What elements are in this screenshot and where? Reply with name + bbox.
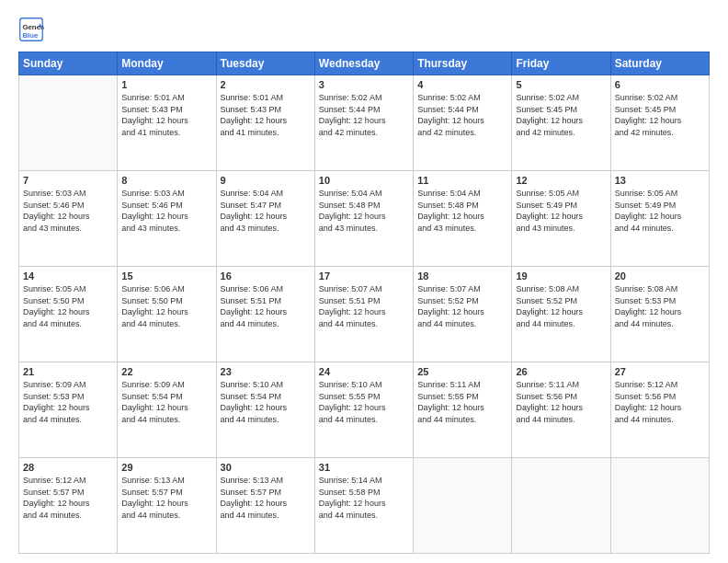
day-info: Sunrise: 5:09 AMSunset: 5:54 PMDaylight:… bbox=[121, 379, 211, 425]
day-info: Sunrise: 5:12 AMSunset: 5:57 PMDaylight:… bbox=[23, 475, 113, 521]
calendar-cell: 25Sunrise: 5:11 AMSunset: 5:55 PMDayligh… bbox=[414, 362, 512, 458]
day-info: Sunrise: 5:09 AMSunset: 5:53 PMDaylight:… bbox=[23, 379, 113, 425]
day-number: 24 bbox=[319, 366, 409, 377]
day-info: Sunrise: 5:02 AMSunset: 5:45 PMDaylight:… bbox=[615, 92, 705, 138]
day-number: 22 bbox=[121, 366, 211, 377]
calendar-cell: 29Sunrise: 5:13 AMSunset: 5:57 PMDayligh… bbox=[118, 458, 216, 554]
calendar-cell: 18Sunrise: 5:07 AMSunset: 5:52 PMDayligh… bbox=[414, 267, 512, 362]
calendar-cell: 31Sunrise: 5:14 AMSunset: 5:58 PMDayligh… bbox=[314, 458, 413, 554]
day-number: 16 bbox=[221, 270, 311, 282]
day-info: Sunrise: 5:08 AMSunset: 5:53 PMDaylight:… bbox=[615, 283, 705, 329]
calendar-cell: 6Sunrise: 5:02 AMSunset: 5:45 PMDaylight… bbox=[610, 75, 709, 171]
calendar-week-3: 14Sunrise: 5:05 AMSunset: 5:50 PMDayligh… bbox=[19, 267, 710, 362]
day-info: Sunrise: 5:11 AMSunset: 5:56 PMDaylight:… bbox=[516, 379, 606, 425]
calendar-cell: 1Sunrise: 5:01 AMSunset: 5:43 PMDaylight… bbox=[118, 75, 216, 171]
day-info: Sunrise: 5:02 AMSunset: 5:44 PMDaylight:… bbox=[319, 92, 409, 138]
calendar-cell: 2Sunrise: 5:01 AMSunset: 5:43 PMDaylight… bbox=[216, 75, 314, 171]
calendar-cell: 27Sunrise: 5:12 AMSunset: 5:56 PMDayligh… bbox=[610, 362, 709, 458]
calendar-cell: 21Sunrise: 5:09 AMSunset: 5:53 PMDayligh… bbox=[19, 362, 118, 458]
day-info: Sunrise: 5:05 AMSunset: 5:49 PMDaylight:… bbox=[615, 188, 705, 234]
day-number: 31 bbox=[319, 462, 409, 473]
day-info: Sunrise: 5:02 AMSunset: 5:45 PMDaylight:… bbox=[516, 92, 606, 138]
header-thursday: Thursday bbox=[414, 52, 512, 75]
day-info: Sunrise: 5:05 AMSunset: 5:49 PMDaylight:… bbox=[516, 188, 606, 234]
day-number: 12 bbox=[516, 175, 606, 186]
day-info: Sunrise: 5:04 AMSunset: 5:48 PMDaylight:… bbox=[417, 188, 507, 234]
day-number: 8 bbox=[121, 175, 211, 186]
day-info: Sunrise: 5:03 AMSunset: 5:46 PMDaylight:… bbox=[121, 188, 211, 234]
calendar-cell bbox=[414, 458, 512, 554]
day-number: 5 bbox=[516, 79, 606, 90]
calendar-cell: 22Sunrise: 5:09 AMSunset: 5:54 PMDayligh… bbox=[118, 362, 216, 458]
header-sunday: Sunday bbox=[19, 52, 118, 75]
calendar-cell: 8Sunrise: 5:03 AMSunset: 5:46 PMDaylight… bbox=[118, 171, 216, 267]
calendar-week-5: 28Sunrise: 5:12 AMSunset: 5:57 PMDayligh… bbox=[19, 458, 710, 554]
day-info: Sunrise: 5:08 AMSunset: 5:52 PMDaylight:… bbox=[516, 283, 606, 329]
day-number: 7 bbox=[23, 175, 113, 186]
day-info: Sunrise: 5:13 AMSunset: 5:57 PMDaylight:… bbox=[221, 475, 311, 521]
day-number: 27 bbox=[615, 366, 705, 377]
header-tuesday: Tuesday bbox=[216, 52, 314, 75]
day-number: 14 bbox=[23, 270, 113, 282]
calendar-cell: 7Sunrise: 5:03 AMSunset: 5:46 PMDaylight… bbox=[19, 171, 118, 267]
day-info: Sunrise: 5:07 AMSunset: 5:51 PMDaylight:… bbox=[319, 283, 409, 329]
day-number: 20 bbox=[615, 270, 705, 282]
header-saturday: Saturday bbox=[610, 52, 709, 75]
calendar-cell: 9Sunrise: 5:04 AMSunset: 5:47 PMDaylight… bbox=[216, 171, 314, 267]
calendar-cell: 23Sunrise: 5:10 AMSunset: 5:54 PMDayligh… bbox=[216, 362, 314, 458]
day-number: 17 bbox=[319, 270, 409, 282]
day-number: 25 bbox=[417, 366, 507, 377]
header: General Blue bbox=[18, 17, 710, 42]
day-number: 9 bbox=[221, 175, 311, 186]
day-info: Sunrise: 5:04 AMSunset: 5:47 PMDaylight:… bbox=[221, 188, 311, 234]
day-number: 15 bbox=[121, 270, 211, 282]
header-friday: Friday bbox=[512, 52, 610, 75]
calendar-cell bbox=[512, 458, 610, 554]
day-info: Sunrise: 5:06 AMSunset: 5:50 PMDaylight:… bbox=[121, 283, 211, 329]
calendar-cell: 11Sunrise: 5:04 AMSunset: 5:48 PMDayligh… bbox=[414, 171, 512, 267]
day-info: Sunrise: 5:10 AMSunset: 5:54 PMDaylight:… bbox=[221, 379, 311, 425]
calendar-cell: 24Sunrise: 5:10 AMSunset: 5:55 PMDayligh… bbox=[314, 362, 413, 458]
header-wednesday: Wednesday bbox=[314, 52, 413, 75]
calendar-cell: 3Sunrise: 5:02 AMSunset: 5:44 PMDaylight… bbox=[314, 75, 413, 171]
calendar-cell: 20Sunrise: 5:08 AMSunset: 5:53 PMDayligh… bbox=[610, 267, 709, 362]
day-number: 29 bbox=[121, 462, 211, 473]
calendar-cell: 19Sunrise: 5:08 AMSunset: 5:52 PMDayligh… bbox=[512, 267, 610, 362]
day-info: Sunrise: 5:10 AMSunset: 5:55 PMDaylight:… bbox=[319, 379, 409, 425]
svg-text:General: General bbox=[22, 23, 44, 31]
calendar-cell: 26Sunrise: 5:11 AMSunset: 5:56 PMDayligh… bbox=[512, 362, 610, 458]
calendar-cell: 4Sunrise: 5:02 AMSunset: 5:44 PMDaylight… bbox=[414, 75, 512, 171]
day-number: 2 bbox=[221, 79, 311, 90]
day-number: 3 bbox=[319, 79, 409, 90]
day-number: 13 bbox=[615, 175, 705, 186]
logo-icon: General Blue bbox=[18, 17, 44, 42]
day-info: Sunrise: 5:02 AMSunset: 5:44 PMDaylight:… bbox=[417, 92, 507, 138]
day-info: Sunrise: 5:01 AMSunset: 5:43 PMDaylight:… bbox=[221, 92, 311, 138]
calendar-cell: 16Sunrise: 5:06 AMSunset: 5:51 PMDayligh… bbox=[216, 267, 314, 362]
calendar-cell bbox=[610, 458, 709, 554]
day-info: Sunrise: 5:06 AMSunset: 5:51 PMDaylight:… bbox=[221, 283, 311, 329]
day-number: 26 bbox=[516, 366, 606, 377]
day-info: Sunrise: 5:13 AMSunset: 5:57 PMDaylight:… bbox=[121, 475, 211, 521]
day-number: 11 bbox=[417, 175, 507, 186]
day-number: 1 bbox=[121, 79, 211, 90]
calendar-cell: 13Sunrise: 5:05 AMSunset: 5:49 PMDayligh… bbox=[610, 171, 709, 267]
day-info: Sunrise: 5:14 AMSunset: 5:58 PMDaylight:… bbox=[319, 475, 409, 521]
calendar-cell bbox=[19, 75, 118, 171]
calendar-table: SundayMondayTuesdayWednesdayThursdayFrid… bbox=[18, 52, 710, 554]
day-info: Sunrise: 5:12 AMSunset: 5:56 PMDaylight:… bbox=[615, 379, 705, 425]
calendar-cell: 30Sunrise: 5:13 AMSunset: 5:57 PMDayligh… bbox=[216, 458, 314, 554]
calendar-cell: 12Sunrise: 5:05 AMSunset: 5:49 PMDayligh… bbox=[512, 171, 610, 267]
calendar-cell: 10Sunrise: 5:04 AMSunset: 5:48 PMDayligh… bbox=[314, 171, 413, 267]
day-number: 18 bbox=[417, 270, 507, 282]
day-number: 4 bbox=[417, 79, 507, 90]
day-number: 10 bbox=[319, 175, 409, 186]
day-info: Sunrise: 5:11 AMSunset: 5:55 PMDaylight:… bbox=[417, 379, 507, 425]
day-number: 19 bbox=[516, 270, 606, 282]
calendar-cell: 5Sunrise: 5:02 AMSunset: 5:45 PMDaylight… bbox=[512, 75, 610, 171]
calendar-cell: 17Sunrise: 5:07 AMSunset: 5:51 PMDayligh… bbox=[314, 267, 413, 362]
logo: General Blue bbox=[18, 17, 48, 42]
day-number: 21 bbox=[23, 366, 113, 377]
day-info: Sunrise: 5:01 AMSunset: 5:43 PMDaylight:… bbox=[121, 92, 211, 138]
day-info: Sunrise: 5:04 AMSunset: 5:48 PMDaylight:… bbox=[319, 188, 409, 234]
